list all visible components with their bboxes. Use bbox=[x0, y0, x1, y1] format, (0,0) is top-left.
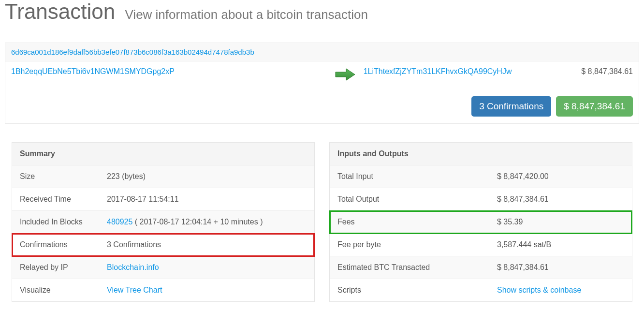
value-confirmations: 3 Confirmations bbox=[107, 240, 307, 249]
io-row-total-input: Total Input $ 8,847,420.00 bbox=[330, 165, 632, 188]
io-row-fees: Fees $ 35.39 bbox=[330, 211, 632, 234]
relayed-by-link[interactable]: Blockchain.info bbox=[107, 263, 159, 271]
summary-row-received-time: Received Time 2017-08-17 11:54:11 bbox=[12, 188, 314, 211]
label-fees: Fees bbox=[337, 218, 497, 226]
svg-marker-0 bbox=[336, 69, 355, 80]
value-received-time: 2017-08-17 11:54:11 bbox=[107, 195, 307, 204]
label-relayed-by-ip: Relayed by IP bbox=[20, 263, 107, 272]
label-total-input: Total Input bbox=[337, 172, 497, 181]
label-received-time: Received Time bbox=[20, 195, 107, 204]
input-address-link[interactable]: 1Bh2eqqUEbNe5Tbi6v1NGWM1SMYDGpg2xP bbox=[11, 67, 175, 75]
transaction-hash-bar: 6d69ca001d186ef9daff56bb3efe07f873b6c086… bbox=[5, 43, 639, 61]
output-address-link[interactable]: 1LiThtexfZjZYTm31LKFhvxGkQA99CyHJw bbox=[364, 67, 512, 75]
inputs-outputs-panel: Inputs and Outputs Total Input $ 8,847,4… bbox=[329, 142, 632, 302]
arrow-right-icon bbox=[335, 67, 356, 84]
io-row-total-output: Total Output $ 8,847,384.61 bbox=[330, 188, 632, 211]
value-est-btc-transacted: $ 8,847,384.61 bbox=[497, 263, 624, 272]
confirmations-badge[interactable]: 3 Confirmations bbox=[471, 96, 551, 117]
total-amount-badge[interactable]: $ 8,847,384.61 bbox=[556, 96, 633, 117]
label-size: Size bbox=[20, 172, 107, 181]
summary-row-size: Size 223 (bytes) bbox=[12, 165, 314, 188]
value-total-output: $ 8,847,384.61 bbox=[497, 195, 624, 204]
label-visualize: Visualize bbox=[20, 286, 107, 295]
value-total-input: $ 8,847,420.00 bbox=[497, 172, 624, 181]
label-included-in-blocks: Included In Blocks bbox=[20, 218, 107, 226]
summary-row-confirmations: Confirmations 3 Confirmations bbox=[12, 234, 314, 256]
label-total-output: Total Output bbox=[337, 195, 497, 204]
io-row-scripts: Scripts Show scripts & coinbase bbox=[330, 279, 632, 301]
transaction-hash-link[interactable]: 6d69ca001d186ef9daff56bb3efe07f873b6c086… bbox=[11, 48, 254, 56]
label-fee-per-byte: Fee per byte bbox=[337, 240, 497, 249]
inputs-outputs-title: Inputs and Outputs bbox=[330, 143, 632, 165]
summary-row-visualize: Visualize View Tree Chart bbox=[12, 279, 314, 301]
io-row-fee-per-byte: Fee per byte 3,587.444 sat/B bbox=[330, 234, 632, 256]
page-subtitle: View information about a bitcoin transac… bbox=[125, 7, 367, 22]
page-header: Transaction View information about a bit… bbox=[5, 0, 639, 28]
label-est-btc-transacted: Estimated BTC Transacted bbox=[337, 263, 497, 272]
view-tree-chart-link[interactable]: View Tree Chart bbox=[107, 286, 162, 294]
block-time-suffix: ( 2017-08-17 12:04:14 + 10 minutes ) bbox=[132, 218, 263, 226]
summary-panel: Summary Size 223 (bytes) Received Time 2… bbox=[12, 142, 315, 302]
block-height-link[interactable]: 480925 bbox=[107, 218, 132, 226]
io-row-est-btc-transacted: Estimated BTC Transacted $ 8,847,384.61 bbox=[330, 256, 632, 279]
summary-row-relayed-by-ip: Relayed by IP Blockchain.info bbox=[12, 256, 314, 279]
show-scripts-link[interactable]: Show scripts & coinbase bbox=[497, 286, 581, 294]
value-fees: $ 35.39 bbox=[497, 218, 624, 226]
label-scripts: Scripts bbox=[337, 286, 497, 295]
page-title: Transaction bbox=[5, 0, 115, 23]
transaction-card: 6d69ca001d186ef9daff56bb3efe07f873b6c086… bbox=[5, 43, 639, 124]
value-included-in-blocks: 480925 ( 2017-08-17 12:04:14 + 10 minute… bbox=[107, 218, 307, 226]
label-confirmations: Confirmations bbox=[20, 240, 107, 249]
value-size: 223 (bytes) bbox=[107, 172, 307, 181]
output-amount: $ 8,847,384.61 bbox=[575, 67, 633, 76]
value-fee-per-byte: 3,587.444 sat/B bbox=[497, 240, 624, 249]
summary-row-included-in-blocks: Included In Blocks 480925 ( 2017-08-17 1… bbox=[12, 211, 314, 234]
summary-title: Summary bbox=[12, 143, 314, 165]
